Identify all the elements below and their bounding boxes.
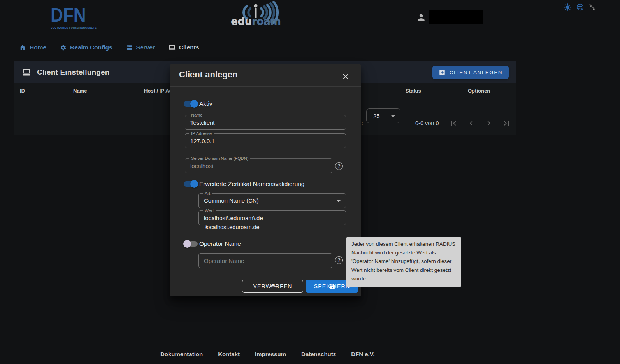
home-icon — [19, 44, 26, 51]
nav-label: Realm Configs — [70, 44, 112, 51]
eduroam-logo[interactable]: eduroam — [223, 1, 292, 30]
name-field: Name — [185, 115, 346, 130]
fqdn-field: Server Domain Name (FQDN) — [185, 158, 332, 173]
theme-icon-group — [564, 3, 597, 11]
main-nav: Home Realm Configs Server Clients — [19, 42, 206, 53]
toggle-knob — [190, 100, 198, 108]
chevron-down-icon — [334, 196, 343, 206]
column-header-optionen: Optionen — [468, 88, 490, 94]
ip-field-label: IP Adresse — [189, 131, 214, 136]
create-client-label: CLIENT ANLEGEN — [450, 70, 502, 75]
art-select-value: Common Name (CN) — [199, 194, 346, 208]
operator-name-toggle-label: Operator Name — [199, 240, 241, 247]
name-input[interactable] — [185, 116, 346, 130]
aktiv-toggle-label: Aktiv — [199, 100, 213, 107]
dfn-logo-subtitle: DEUTSCHES FORSCHUNGSNETZ — [51, 26, 97, 29]
close-icon[interactable] — [341, 72, 350, 81]
rows-per-page-select[interactable]: 25 — [366, 108, 400, 123]
rows-per-page-value: 25 — [373, 113, 380, 119]
light-theme-icon[interactable] — [564, 3, 572, 11]
eduroam-text-roam: roam — [252, 15, 281, 27]
chevron-down-icon — [388, 112, 398, 121]
footer-link-datenschutz[interactable]: Datenschutz — [301, 351, 336, 357]
ip-input[interactable] — [185, 134, 346, 148]
clients-icon — [169, 44, 176, 51]
dfn-logo-text: DFN — [51, 5, 95, 25]
username-redacted — [429, 10, 483, 24]
footer-link-impressum[interactable]: Impressum — [255, 351, 286, 357]
dfn-logo[interactable]: DFN DEUTSCHES FORSCHUNGSNETZ — [51, 5, 97, 29]
gear-icon — [60, 44, 67, 51]
discard-button[interactable]: VERWERFEN — [242, 280, 303, 293]
toggle-knob — [190, 180, 198, 188]
fqdn-help-icon[interactable]: ? — [335, 162, 343, 170]
nav-item-server[interactable]: Server — [119, 42, 162, 53]
prev-page-icon[interactable] — [467, 119, 476, 128]
operator-name-toggle[interactable] — [184, 241, 198, 247]
art-select-label: Art — [203, 191, 212, 196]
eduroam-wifi-arcs-icon: eduroam — [223, 1, 292, 28]
eduroam-text-edu: edu — [231, 15, 252, 27]
create-client-dialog: Client anlegen Aktiv Name IP Adresse Ser… — [170, 64, 361, 296]
svg-text:eduroam: eduroam — [231, 15, 281, 27]
nav-label: Home — [30, 44, 46, 51]
operator-help-icon[interactable]: ? — [335, 256, 343, 264]
wert-field: Wert — [198, 210, 346, 225]
operator-name-input[interactable] — [199, 254, 332, 268]
pagination-range: 0-0 von 0 — [415, 120, 439, 126]
create-client-button[interactable]: CLIENT ANLEGEN — [432, 66, 509, 79]
user-menu[interactable] — [416, 10, 483, 24]
dialog-title-divider — [170, 86, 361, 87]
operator-name-tooltip: Jeder von diesem Client erhaltenen RADIU… — [346, 237, 461, 287]
nav-item-home[interactable]: Home — [19, 42, 53, 53]
toggle-knob — [183, 240, 191, 248]
discard-button-label: VERWERFEN — [253, 283, 292, 289]
rows-per-page-label: : — [362, 120, 363, 126]
save-button-label: SPEICHERN — [314, 283, 350, 289]
computer-icon — [21, 68, 32, 77]
ip-field: IP Adresse — [185, 133, 346, 148]
column-header-status: Status — [406, 88, 421, 94]
fqdn-input — [185, 159, 332, 173]
footer: Dokumentation Kontakt Impressum Datensch… — [160, 351, 375, 357]
footer-link-dfn-ev[interactable]: DFN e.V. — [351, 351, 374, 357]
wert-field-label: Wert — [203, 208, 216, 213]
dialog-title: Client anlegen — [179, 70, 237, 80]
nav-item-realm-configs[interactable]: Realm Configs — [53, 42, 119, 53]
nav-label: Server — [136, 44, 155, 51]
name-field-label: Name — [189, 113, 204, 117]
resolved-name-text: localhost.eduroam.de — [205, 224, 260, 230]
page-title: Client Einstellungen — [37, 68, 110, 77]
cert-validation-toggle[interactable] — [184, 181, 198, 187]
cool-face-icon[interactable] — [576, 3, 584, 11]
add-box-icon — [439, 69, 446, 76]
user-icon — [416, 12, 426, 23]
server-icon — [126, 44, 133, 51]
operator-name-field — [198, 253, 332, 268]
next-page-icon[interactable] — [484, 119, 494, 128]
first-page-icon[interactable] — [449, 119, 458, 128]
wert-input[interactable] — [199, 211, 346, 225]
dialog-footer-divider — [170, 277, 361, 277]
night-mode-off-icon[interactable] — [588, 3, 597, 11]
art-select[interactable]: Art Common Name (CN) — [198, 193, 346, 208]
fqdn-field-label: Server Domain Name (FQDN) — [189, 156, 250, 161]
nav-label: Clients — [179, 44, 199, 51]
last-page-icon[interactable] — [502, 119, 511, 128]
column-header-name: Name — [73, 88, 87, 94]
footer-link-dokumentation[interactable]: Dokumentation — [160, 351, 203, 357]
footer-link-kontakt[interactable]: Kontakt — [218, 351, 240, 357]
nav-item-clients[interactable]: Clients — [162, 42, 206, 53]
column-header-id: ID — [20, 88, 25, 94]
aktiv-toggle[interactable] — [184, 101, 198, 107]
cert-validation-toggle-label: Erweiterte Zertifikat Namensvalidierung — [199, 180, 305, 187]
